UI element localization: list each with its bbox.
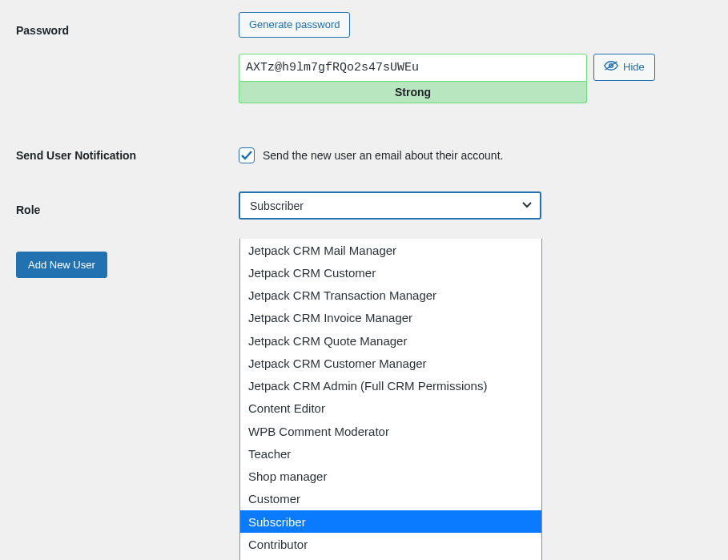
role-option[interactable]: Subscriber — [240, 510, 541, 533]
notification-text: Send the new user an email about their a… — [263, 149, 503, 162]
role-option[interactable]: Author — [240, 556, 541, 561]
password-field-col: Generate password Strong Hide — [239, 12, 720, 103]
role-option[interactable]: Customer — [240, 488, 541, 510]
notification-field-col: Send the new user an email about their a… — [239, 147, 720, 163]
role-option[interactable]: Jetpack CRM Mail Manager — [240, 239, 541, 261]
role-option[interactable]: WPB Comment Moderator — [240, 420, 541, 442]
notification-label-col: Send User Notification — [16, 149, 239, 162]
role-option[interactable]: Jetpack CRM Transaction Manager — [240, 284, 541, 307]
notification-label: Send User Notification — [16, 149, 136, 162]
role-field-col: Subscriber — [239, 191, 720, 220]
password-input[interactable] — [239, 54, 587, 82]
role-label-col: Role — [16, 191, 239, 216]
chevron-down-icon — [521, 198, 533, 213]
role-select[interactable]: Subscriber — [239, 191, 541, 220]
password-label-col: Password — [16, 12, 239, 37]
eye-slash-icon — [604, 60, 618, 75]
hide-password-button[interactable]: Hide — [593, 54, 655, 81]
generate-password-button[interactable]: Generate password — [239, 12, 350, 38]
role-option[interactable]: Jetpack CRM Admin (Full CRM Permissions) — [240, 375, 541, 397]
password-input-wrap: Strong Hide — [239, 54, 720, 103]
role-row: Role Subscriber — [0, 175, 728, 236]
hide-button-label: Hide — [623, 61, 645, 74]
password-label: Password — [16, 24, 69, 37]
notification-row: Send User Notification Send the new user… — [0, 119, 728, 175]
password-row: Password Generate password Strong — [0, 0, 728, 119]
role-option[interactable]: Teacher — [240, 442, 541, 465]
role-label: Role — [16, 203, 40, 216]
password-strength-meter: Strong — [239, 82, 587, 103]
role-selected-value: Subscriber — [250, 199, 304, 212]
role-dropdown[interactable]: Jetpack CRM Mail ManagerJetpack CRM Cust… — [239, 239, 542, 560]
add-new-user-button[interactable]: Add New User — [16, 252, 107, 278]
role-option[interactable]: Content Editor — [240, 397, 541, 420]
role-option[interactable]: Contributor — [240, 533, 541, 555]
role-option[interactable]: Shop manager — [240, 465, 541, 488]
role-option[interactable]: Jetpack CRM Customer Manager — [240, 352, 541, 374]
password-left: Strong — [239, 54, 587, 103]
notification-checkbox[interactable] — [239, 147, 255, 163]
role-option[interactable]: Jetpack CRM Quote Manager — [240, 329, 541, 352]
notification-checkbox-wrap[interactable]: Send the new user an email about their a… — [239, 147, 503, 163]
role-option[interactable]: Jetpack CRM Customer — [240, 261, 541, 284]
check-icon — [241, 150, 252, 161]
role-option[interactable]: Jetpack CRM Invoice Manager — [240, 307, 541, 329]
